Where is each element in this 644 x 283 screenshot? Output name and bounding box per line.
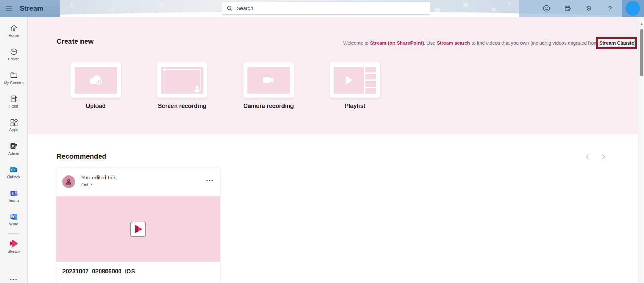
playlist-card[interactable]: Playlist: [330, 62, 380, 110]
play-triangle-icon: [135, 225, 143, 233]
app-title: Stream: [20, 5, 43, 12]
sidebar-more-button[interactable]: •••: [0, 277, 28, 282]
whats-new-calendar-icon[interactable]: [564, 4, 572, 12]
svg-text:A: A: [11, 144, 14, 148]
sidebar-item-label: Admin: [8, 151, 19, 155]
sidebar: Home Create My Content Feed: [0, 17, 28, 283]
video-thumbnail[interactable]: [56, 196, 220, 262]
create-card-label: Screen recording: [158, 103, 206, 110]
home-icon: [10, 24, 18, 32]
snowflake-decoration: ❄: [203, 8, 206, 12]
brand-block: Stream: [0, 0, 60, 17]
stream-search-link[interactable]: Stream search: [437, 40, 470, 46]
play-button[interactable]: [130, 222, 146, 237]
sidebar-item-label: Stream: [8, 249, 20, 254]
create-new-section: Create new Welcome to Stream (on SharePo…: [28, 17, 638, 134]
sidebar-item-create[interactable]: Create: [0, 48, 28, 61]
feed-icon: [10, 95, 18, 103]
video-title: 20231007_020806000_iOS: [56, 262, 220, 281]
app-launcher-icon[interactable]: [6, 5, 12, 11]
welcome-text: Welcome to: [343, 40, 370, 46]
snowflake-decoration: ❄: [491, 6, 497, 13]
record-dot-icon: [163, 68, 166, 71]
video-card-header: You edited this Oct 7 •••: [56, 168, 220, 196]
camera-icon: [263, 76, 274, 85]
sidebar-item-teams[interactable]: T Teams: [0, 189, 28, 203]
help-icon[interactable]: ?: [606, 4, 614, 12]
create-card-label: Upload: [86, 103, 106, 110]
snowflake-decoration: ✳: [111, 8, 115, 12]
stream-app: ❄ ✳ ✳ ❄ ❄ ❄ ✳ ❄ ✳ ❄ ✳ ❄ ✳ Stream: [0, 0, 644, 283]
camera-recording-card[interactable]: Camera recording: [243, 62, 294, 110]
sidebar-item-label: Home: [9, 33, 19, 37]
cloud-upload-icon: [87, 74, 104, 86]
welcome-text: to find videos that you own (including v…: [470, 40, 599, 46]
scroll-up-arrow[interactable]: [640, 23, 643, 25]
more-options-button[interactable]: •••: [206, 178, 214, 183]
svg-text:O: O: [11, 168, 14, 172]
sidebar-item-label: Outlook: [7, 175, 20, 179]
avatar: [62, 175, 75, 188]
search-box[interactable]: [222, 2, 430, 15]
sidebar-item-stream[interactable]: Stream: [0, 238, 28, 254]
snowflake-decoration: ✳: [507, 1, 512, 6]
sidebar-item-home[interactable]: Home: [0, 24, 28, 37]
sidebar-divider: [7, 233, 20, 234]
teams-icon: T: [10, 189, 18, 197]
sidebar-item-apps[interactable]: Apps: [0, 118, 28, 132]
search-input[interactable]: [237, 5, 426, 11]
scrollbar-thumb[interactable]: [640, 29, 643, 76]
stream-classic-link[interactable]: Stream Classic: [599, 40, 634, 46]
sidebar-item-word[interactable]: W Word: [0, 213, 28, 226]
welcome-text: ): [634, 40, 636, 46]
carousel-next-button[interactable]: [600, 153, 607, 160]
activity-text: You edited this: [81, 174, 116, 181]
apps-icon: [10, 118, 18, 127]
snowflake-decoration: ✳: [158, 1, 164, 9]
sidebar-item-label: Apps: [9, 128, 18, 132]
presenter-icon: [193, 85, 202, 93]
welcome-text: . Use: [424, 40, 437, 46]
stream-logo-icon: [9, 238, 19, 248]
video-card[interactable]: You edited this Oct 7 ••• 20231007_02080…: [56, 168, 220, 283]
snowflake-decoration: ✳: [461, 0, 470, 10]
carousel-previous-button[interactable]: [584, 153, 591, 160]
playlist-strip-icon: [365, 67, 376, 94]
word-icon: W: [10, 213, 18, 221]
welcome-message: Welcome to Stream (on SharePoint). Use S…: [343, 40, 636, 46]
svg-text:W: W: [11, 215, 15, 219]
activity-date: Oct 7: [81, 182, 92, 187]
sidebar-item-label: Word: [9, 222, 18, 226]
create-new-title: Create new: [57, 37, 94, 45]
svg-text:T: T: [11, 191, 14, 195]
topbar-icon-group: ⚙ ?: [519, 0, 622, 17]
sidebar-item-my-content[interactable]: My Content: [0, 71, 28, 85]
sidebar-item-label: My Content: [4, 80, 23, 85]
outlook-icon: O: [10, 165, 18, 174]
stream-on-sharepoint-link[interactable]: Stream (on SharePoint): [370, 40, 424, 46]
vertical-scrollbar[interactable]: [638, 17, 644, 283]
sidebar-item-outlook[interactable]: O Outlook: [0, 165, 28, 179]
plus-circle-icon: [10, 48, 18, 56]
person-icon: [65, 178, 73, 186]
create-card-label: Camera recording: [243, 103, 294, 110]
upload-card[interactable]: Upload: [70, 62, 121, 110]
account-block: [622, 0, 644, 17]
screen-recording-card[interactable]: Screen recording: [157, 62, 207, 110]
sidebar-item-label: Create: [8, 57, 19, 61]
avatar[interactable]: [626, 1, 640, 16]
top-bar: ❄ ✳ ✳ ❄ ❄ ❄ ✳ ❄ ✳ ❄ ✳ ❄ ✳ Stream: [0, 0, 644, 17]
sidebar-item-feed[interactable]: Feed: [0, 95, 28, 108]
admin-icon: A: [10, 142, 18, 150]
play-triangle-icon: [346, 76, 353, 85]
create-cards-row: Upload Screen recording: [70, 62, 380, 110]
settings-gear-icon[interactable]: ⚙: [585, 4, 593, 12]
create-card-label: Playlist: [345, 103, 365, 110]
sidebar-item-label: Feed: [9, 104, 18, 108]
snowflake-decoration: ❄: [69, 2, 75, 8]
folder-icon: [10, 71, 18, 79]
search-icon: [227, 5, 233, 11]
feedback-smiley-icon[interactable]: [542, 4, 551, 12]
sidebar-item-admin[interactable]: A Admin: [0, 142, 28, 155]
recommended-title: Recommended: [57, 153, 106, 161]
